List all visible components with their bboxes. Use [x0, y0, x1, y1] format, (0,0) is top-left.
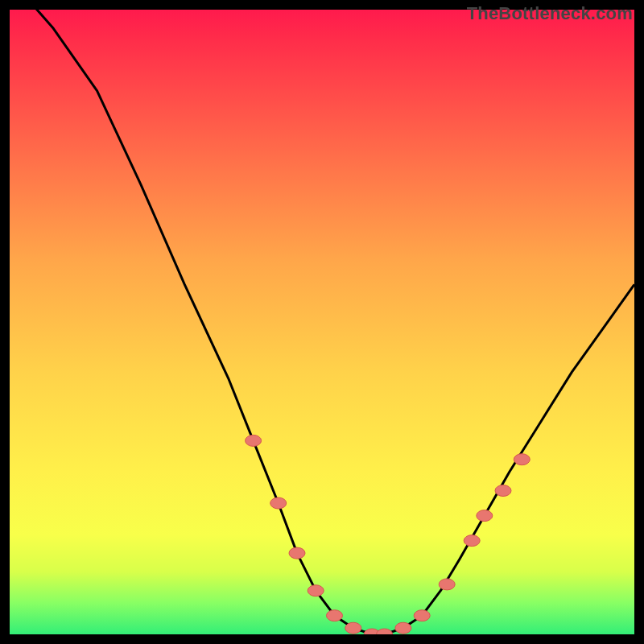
data-marker [270, 497, 287, 509]
data-marker [395, 622, 411, 634]
data-marker [514, 454, 530, 465]
data-marker [327, 610, 343, 621]
marker-layer [246, 435, 530, 634]
chart-svg [10, 10, 634, 634]
chart-stage: TheBottleneck.com [0, 0, 644, 644]
data-marker [289, 547, 305, 559]
data-marker [345, 622, 361, 634]
data-marker [246, 435, 262, 446]
data-marker [495, 485, 511, 497]
data-marker [477, 510, 493, 522]
data-marker [464, 535, 480, 547]
bottleneck-curve [10, 10, 634, 634]
curve-layer [10, 10, 634, 634]
chart-plot-area: TheBottleneck.com [10, 10, 634, 634]
data-marker [414, 610, 430, 621]
data-marker [308, 585, 324, 597]
data-marker [377, 629, 393, 634]
data-marker [439, 579, 455, 590]
